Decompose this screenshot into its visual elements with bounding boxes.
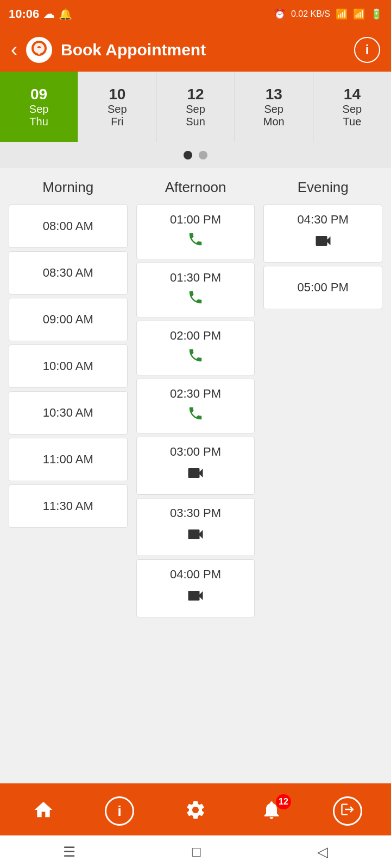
slot-1100am[interactable]: 11:00 AM — [9, 438, 128, 481]
date-weekday-2: Sun — [186, 116, 205, 128]
slot-1030am[interactable]: 10:30 AM — [9, 391, 128, 435]
time-0900am: 09:00 AM — [43, 312, 93, 327]
video-icon-0400pm — [186, 586, 205, 609]
date-item-thu[interactable]: 09 Sep Thu — [0, 72, 78, 142]
time-1130am: 11:30 AM — [43, 499, 93, 513]
info-icon-label: i — [117, 803, 121, 820]
alarm-icon: ⏰ — [274, 8, 286, 20]
info-circle-icon: i — [105, 796, 134, 826]
slot-0800am[interactable]: 08:00 AM — [9, 205, 128, 248]
slot-0830am[interactable]: 08:30 AM — [9, 251, 128, 295]
header-left: ‹ Book Appointment — [11, 37, 206, 63]
nav-info[interactable]: i — [98, 792, 141, 830]
signal-icon: 📶 — [353, 8, 365, 20]
nav-home[interactable] — [22, 792, 65, 830]
time-0830am: 08:30 AM — [43, 266, 93, 280]
afternoon-column: Afternoon 01:00 PM 01:30 PM 02:00 PM — [136, 179, 255, 621]
bottom-nav: i 12 — [0, 787, 391, 835]
phone-icon-0100pm — [187, 231, 204, 251]
slot-0400pm[interactable]: 04:00 PM — [136, 559, 255, 617]
slot-1000am[interactable]: 10:00 AM — [9, 344, 128, 388]
time-0200pm: 02:00 PM — [170, 329, 221, 343]
status-bar: 10:06 ☁ 🔔 ⏰ 0.02 KB/S 📶 📶 🔋 — [0, 0, 391, 28]
time-0100pm: 01:00 PM — [170, 213, 221, 227]
date-item-sun[interactable]: 12 Sep Sun — [156, 72, 235, 142]
date-day-1: 10 — [109, 86, 125, 103]
video-icon-0300pm — [186, 463, 205, 487]
date-weekday-0: Thu — [29, 116, 48, 128]
time-0300pm: 03:00 PM — [170, 445, 221, 459]
phone-icon-0130pm — [187, 289, 204, 309]
date-month-4: Sep — [343, 103, 362, 116]
status-left: 10:06 ☁ 🔔 — [9, 7, 72, 21]
home-icon — [33, 799, 54, 823]
logout-icon — [340, 802, 355, 821]
date-day-4: 14 — [344, 86, 361, 103]
time-0400pm: 04:00 PM — [170, 567, 221, 582]
android-menu-icon[interactable]: ☰ — [63, 844, 75, 860]
video-icon-0330pm — [186, 525, 205, 548]
date-day-0: 09 — [30, 86, 47, 103]
cloud-icon: ☁ — [43, 8, 54, 21]
time-0130pm: 01:30 PM — [170, 271, 221, 285]
logout-circle-icon — [333, 796, 362, 826]
time-grid: Morning 08:00 AM 08:30 AM 09:00 AM 10:00… — [9, 179, 382, 621]
slot-0130pm[interactable]: 01:30 PM — [136, 263, 255, 317]
android-nav-bar: ☰ □ ◁ — [0, 835, 391, 868]
android-home-icon[interactable]: □ — [192, 844, 201, 860]
logo-icon — [30, 40, 48, 60]
nav-notifications[interactable]: 12 — [250, 792, 293, 830]
android-back-icon[interactable]: ◁ — [317, 844, 328, 860]
app-logo — [26, 37, 52, 63]
nav-logout[interactable] — [326, 792, 369, 830]
settings-icon — [185, 799, 206, 823]
date-item-mon[interactable]: 13 Sep Mon — [235, 72, 313, 142]
time-1100am: 11:00 AM — [43, 452, 93, 467]
morning-column: Morning 08:00 AM 08:30 AM 09:00 AM 10:00… — [9, 179, 128, 621]
slot-0430pm[interactable]: 04:30 PM — [263, 205, 382, 263]
page-title: Book Appointment — [61, 41, 206, 59]
slot-0900am[interactable]: 09:00 AM — [9, 298, 128, 341]
date-month-2: Sep — [186, 103, 205, 116]
evening-header: Evening — [263, 179, 382, 196]
slot-0500pm[interactable]: 05:00 PM — [263, 266, 382, 309]
time-1030am: 10:30 AM — [43, 406, 93, 420]
date-month-0: Sep — [29, 103, 49, 116]
info-label: i — [365, 42, 369, 58]
slot-0230pm[interactable]: 02:30 PM — [136, 379, 255, 433]
date-day-3: 13 — [266, 86, 282, 103]
info-button[interactable]: i — [354, 37, 380, 63]
afternoon-header: Afternoon — [136, 179, 255, 196]
pagination — [0, 142, 391, 168]
notification-icon: 🔔 — [59, 8, 72, 21]
slot-0330pm[interactable]: 03:30 PM — [136, 498, 255, 556]
time-0500pm: 05:00 PM — [298, 280, 349, 295]
wifi-icon: 📶 — [336, 8, 348, 20]
date-month-3: Sep — [264, 103, 283, 116]
morning-header: Morning — [9, 179, 128, 196]
time-0230pm: 02:30 PM — [170, 387, 221, 401]
evening-column: Evening 04:30 PM 05:00 PM — [263, 179, 382, 621]
slot-0300pm[interactable]: 03:00 PM — [136, 437, 255, 495]
status-right: ⏰ 0.02 KB/S 📶 📶 🔋 — [274, 8, 382, 20]
slot-0200pm[interactable]: 02:00 PM — [136, 321, 255, 375]
phone-icon-0200pm — [187, 347, 204, 367]
status-time: 10:06 — [9, 7, 39, 21]
nav-settings[interactable] — [174, 792, 217, 830]
pagination-dot-2[interactable] — [199, 151, 207, 159]
date-item-fri[interactable]: 10 Sep Fri — [78, 72, 156, 142]
data-speed: 0.02 KB/S — [291, 9, 330, 19]
pagination-dot-1[interactable] — [184, 151, 192, 159]
date-day-2: 12 — [187, 86, 204, 103]
date-item-tue[interactable]: 14 Sep Tue — [313, 72, 391, 142]
time-0330pm: 03:30 PM — [170, 506, 221, 520]
slot-0100pm[interactable]: 01:00 PM — [136, 205, 255, 259]
video-icon-0430pm — [313, 231, 333, 254]
slot-1130am[interactable]: 11:30 AM — [9, 484, 128, 528]
date-weekday-4: Tue — [343, 116, 362, 128]
battery-icon: 🔋 — [370, 8, 382, 20]
back-button[interactable]: ‹ — [11, 39, 17, 61]
date-selector: 09 Sep Thu 10 Sep Fri 12 Sep Sun 13 Sep … — [0, 72, 391, 142]
time-0800am: 08:00 AM — [43, 219, 93, 233]
header: ‹ Book Appointment i — [0, 28, 391, 72]
